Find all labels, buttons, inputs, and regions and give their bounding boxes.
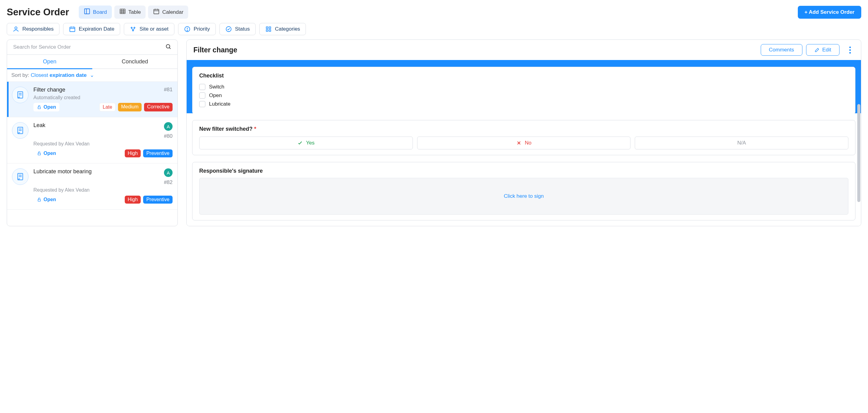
signature-pad[interactable]: Click here to sign <box>199 178 848 215</box>
avatar: A <box>164 122 173 131</box>
question-title: New filter switched? * <box>199 126 848 132</box>
svg-point-17 <box>134 27 135 29</box>
required-asterisk: * <box>254 126 256 132</box>
avatar: A <box>164 168 173 177</box>
checklist-item[interactable]: Switch <box>199 83 848 91</box>
search-icon[interactable] <box>165 43 171 51</box>
checklist-item[interactable]: Lubricate <box>199 100 848 108</box>
order-card[interactable]: Filter change#81Automatically createdOpe… <box>7 82 178 117</box>
checkbox[interactable] <box>199 84 205 90</box>
option-na[interactable]: N/A <box>635 137 848 149</box>
filter-label: Categories <box>275 26 300 32</box>
order-subtitle: Requested by Alex Vedan <box>33 187 173 193</box>
search-input[interactable] <box>13 44 165 50</box>
filter-label: Expiration Date <box>79 26 114 32</box>
filter-categories[interactable]: Categories <box>259 23 306 35</box>
detail-title: Filter change <box>193 46 757 54</box>
view-calendar[interactable]: Calendar <box>148 5 188 19</box>
checklist-section: Checklist SwitchOpenLubricate <box>192 67 856 113</box>
svg-point-29 <box>166 44 170 48</box>
tab-concluded[interactable]: Concluded <box>92 55 178 69</box>
tab-open[interactable]: Open <box>7 55 92 69</box>
svg-rect-2 <box>120 9 125 14</box>
badge-preventive: Preventive <box>143 196 173 204</box>
checklist-label: Open <box>209 93 222 99</box>
comments-button[interactable]: Comments <box>761 44 802 56</box>
filter-priority[interactable]: Priority <box>178 23 216 35</box>
view-table[interactable]: Table <box>114 5 146 19</box>
svg-point-16 <box>131 27 132 29</box>
check-icon <box>297 140 303 146</box>
sort-value-b: expiration date <box>50 72 87 78</box>
x-icon <box>516 140 522 146</box>
order-title: Lubricate motor bearing <box>33 168 92 175</box>
option-no[interactable]: No <box>417 137 631 149</box>
chevron-down-icon: ⌄ <box>90 72 94 78</box>
svg-point-11 <box>15 27 17 29</box>
calendar-icon <box>69 26 76 32</box>
svg-line-20 <box>133 28 134 30</box>
order-title: Filter change <box>33 87 65 93</box>
svg-rect-27 <box>266 30 268 32</box>
badge-preventive: Preventive <box>143 149 173 158</box>
order-card[interactable]: LeakA#80Requested by Alex VedanOpenHighP… <box>7 117 178 164</box>
svg-point-23 <box>187 30 188 31</box>
option-yes[interactable]: Yes <box>199 137 413 149</box>
svg-rect-26 <box>269 27 271 29</box>
question-text: New filter switched? <box>199 126 253 132</box>
checklist-item[interactable]: Open <box>199 91 848 100</box>
order-detail-panel: Filter change Comments Edit Checklist Sw… <box>186 39 861 226</box>
filter-label: Site or asset <box>140 26 168 32</box>
filter-label: Priority <box>194 26 210 32</box>
checkbox[interactable] <box>199 101 205 107</box>
view-calendar-label: Calendar <box>162 9 183 15</box>
order-icon <box>12 122 29 139</box>
board-icon <box>84 8 90 16</box>
edit-icon <box>814 47 820 53</box>
status-open: Open <box>33 195 59 204</box>
sort-value-a: Closest <box>31 72 48 78</box>
order-icon <box>12 168 29 185</box>
status-open: Open <box>33 103 59 111</box>
table-icon <box>119 8 126 16</box>
order-card[interactable]: Lubricate motor bearingA#82Requested by … <box>7 164 178 210</box>
badge-high: High <box>125 149 141 158</box>
badge-corrective: Corrective <box>144 103 173 111</box>
svg-rect-25 <box>266 27 268 29</box>
signature-section: Responsible's signature Click here to si… <box>192 162 856 220</box>
calendar-icon <box>153 8 160 16</box>
order-subtitle: Automatically created <box>33 95 173 100</box>
svg-rect-28 <box>269 30 271 32</box>
checkbox[interactable] <box>199 93 205 99</box>
svg-rect-42 <box>38 199 40 201</box>
badge-late: Late <box>99 103 116 111</box>
order-id: #82 <box>164 179 173 185</box>
filter-label: Status <box>235 26 250 32</box>
filter-status[interactable]: Status <box>219 23 256 35</box>
option-yes-label: Yes <box>306 140 314 146</box>
view-board[interactable]: Board <box>79 5 112 19</box>
view-table-label: Table <box>128 9 141 15</box>
svg-line-19 <box>132 28 133 30</box>
edit-button[interactable]: Edit <box>806 44 839 56</box>
more-menu[interactable] <box>846 46 854 54</box>
sort-dropdown[interactable]: Sort by: Closest expiration date ⌄ <box>7 69 178 82</box>
svg-rect-12 <box>70 27 75 32</box>
filter-expiration[interactable]: Expiration Date <box>63 23 120 35</box>
badge-high: High <box>125 196 141 204</box>
checklist-label: Switch <box>209 84 224 90</box>
add-service-order-button[interactable]: + Add Service Order <box>798 6 861 19</box>
svg-rect-0 <box>85 9 90 14</box>
scrollbar[interactable] <box>857 104 860 202</box>
filter-responsibles[interactable]: Responsibles <box>7 23 59 35</box>
view-board-label: Board <box>93 9 107 15</box>
order-icon <box>12 87 29 103</box>
alert-icon <box>184 26 191 32</box>
edit-label: Edit <box>822 47 831 53</box>
lock-open-icon <box>37 105 42 110</box>
svg-rect-34 <box>38 107 40 109</box>
grid-icon <box>265 26 272 32</box>
svg-point-24 <box>226 27 231 32</box>
filter-site[interactable]: Site or asset <box>124 23 175 35</box>
site-icon <box>130 26 136 32</box>
